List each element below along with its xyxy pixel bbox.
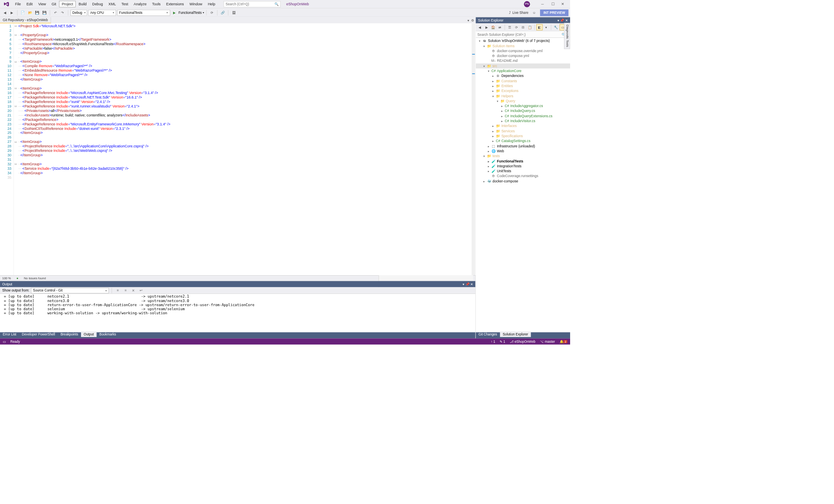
menu-extensions[interactable]: Extensions: [163, 1, 187, 7]
solution-explorer-search[interactable]: Search Solution Explorer (Ctrl+;) 🔍 ▾: [476, 31, 570, 38]
scroll-indicator[interactable]: [472, 23, 476, 275]
start-debug-icon[interactable]: ▶: [171, 10, 177, 16]
platform-dropdown[interactable]: Any CPU▾: [88, 10, 116, 16]
output-source-dropdown[interactable]: Source Control - Git▾: [31, 288, 109, 294]
save-all-icon[interactable]: 💾: [42, 10, 48, 16]
tree-item[interactable]: ▾📁Query: [476, 99, 570, 103]
bottom-tab-error-list[interactable]: Error List: [0, 331, 19, 337]
tree-item[interactable]: ▸C#IncludeAggregator.cs: [476, 103, 570, 108]
se-close-icon[interactable]: ✕: [565, 18, 568, 22]
tree-item[interactable]: ▾📁src: [476, 64, 570, 68]
clear-icon[interactable]: ⨯: [130, 287, 136, 294]
tree-item[interactable]: ⚙docker-compose.override.yml: [476, 48, 570, 53]
se-collapse-icon[interactable]: ⊟: [520, 24, 526, 30]
branch-indicator[interactable]: ⌥ master: [540, 340, 555, 344]
menu-window[interactable]: Window: [187, 1, 205, 7]
tree-item[interactable]: ▾📁Helpers: [476, 94, 570, 99]
menu-test[interactable]: Test: [119, 1, 131, 7]
open-icon[interactable]: 📂: [27, 10, 33, 16]
right-tab-solution-explorer[interactable]: Solution Explorer: [500, 331, 531, 337]
pending-changes-icon[interactable]: ✎ 1: [500, 340, 505, 344]
new-project-icon[interactable]: 📄: [20, 10, 26, 16]
save-icon[interactable]: 💾: [34, 10, 40, 16]
tree-item[interactable]: ▸⬚Infrastructure (unloaded): [476, 144, 570, 149]
output-text[interactable]: = [up to date] netcore2.1 -> upstream/ne…: [0, 294, 476, 332]
tree-item[interactable]: ▾📁tests: [476, 153, 570, 158]
tab-options-icon[interactable]: ⚙: [471, 18, 474, 22]
tree-item[interactable]: ▸📁Interfaces: [476, 124, 570, 129]
commits-up-icon[interactable]: ↑ 1: [491, 340, 495, 344]
tree-item[interactable]: ▾⧉Solution 'eShopOnWeb' (6 of 7 projects…: [476, 38, 570, 43]
right-tab-git-changes[interactable]: Git Changes: [476, 331, 500, 337]
tree-item[interactable]: ⚙docker-compose.yml: [476, 53, 570, 58]
undo-icon[interactable]: ↶: [53, 10, 59, 16]
bottom-tab-bookmarks[interactable]: Bookmarks: [97, 331, 119, 337]
tree-item[interactable]: ▸📁Entities: [476, 83, 570, 88]
indent-right-icon[interactable]: ≡: [123, 287, 129, 294]
menu-project[interactable]: Project: [59, 1, 76, 7]
pin-icon[interactable]: 📌: [465, 282, 470, 286]
minimize-icon[interactable]: ─: [541, 2, 546, 6]
bottom-tab-breakpoints[interactable]: Breakpoints: [58, 331, 81, 337]
browser-link-icon[interactable]: 🔗: [220, 10, 226, 16]
tree-item[interactable]: M↓README.md: [476, 59, 570, 64]
menu-xml[interactable]: XML: [106, 1, 119, 7]
tree-item[interactable]: ▸📁Services: [476, 129, 570, 134]
se-dropdown-icon[interactable]: ▾: [557, 18, 559, 22]
tree-item[interactable]: ▸C#IncludeQuery.cs: [476, 109, 570, 114]
tree-item[interactable]: ▸🧪UnitTests: [476, 169, 570, 173]
redo-icon[interactable]: ↷: [59, 10, 66, 16]
se-options-icon[interactable]: ▾: [543, 24, 549, 30]
tree-item[interactable]: ▸⛭Dependencies: [476, 73, 570, 78]
user-avatar[interactable]: PN: [524, 1, 530, 7]
startup-dropdown[interactable]: FunctionalTests▾: [117, 10, 170, 16]
quick-search-input[interactable]: Search (Ctrl+Q) 🔍: [224, 1, 281, 7]
image-icon[interactable]: 🖼: [230, 10, 237, 16]
tree-item[interactable]: ▾📁Solution Items: [476, 44, 570, 48]
tree-item[interactable]: ▸🧪IntegrationTests: [476, 164, 570, 169]
code-editor[interactable]: 1234567891011121314151617181920212223242…: [0, 23, 476, 275]
se-switch-icon[interactable]: ⇄: [497, 24, 503, 30]
maximize-icon[interactable]: ☐: [551, 2, 556, 6]
se-forward-icon[interactable]: ▶: [483, 24, 489, 30]
se-showall-icon[interactable]: 📋: [527, 24, 533, 30]
se-properties-icon[interactable]: 🔧: [553, 24, 559, 30]
menu-debug[interactable]: Debug: [90, 1, 106, 7]
notifications-icon[interactable]: 🔔2: [560, 340, 568, 344]
solution-name[interactable]: eShopOnWeb: [286, 2, 309, 6]
se-home-icon[interactable]: 🏠: [490, 24, 496, 30]
se-back-icon[interactable]: ◀: [477, 24, 483, 30]
menu-help[interactable]: Help: [205, 1, 218, 7]
repo-indicator[interactable]: ⎇ eShopOnWeb: [510, 340, 536, 344]
doc-tab[interactable]: Git Repository - eShopOnWeb: [0, 17, 51, 23]
tree-item[interactable]: ▸🌐Web: [476, 149, 570, 153]
start-target[interactable]: FunctionalTests: [178, 11, 202, 15]
close-icon[interactable]: ✕: [561, 2, 566, 6]
wrap-icon[interactable]: ↩: [138, 287, 144, 294]
bottom-tab-developer-powershell[interactable]: Developer PowerShell: [19, 331, 58, 337]
menu-view[interactable]: View: [35, 1, 49, 7]
tree-item[interactable]: ⚙CodeCoverage.runsettings: [476, 174, 570, 179]
zoom-level[interactable]: 100 %: [2, 276, 11, 280]
int-preview-badge[interactable]: INT PREVIEW: [540, 9, 568, 16]
menu-analyze[interactable]: Analyze: [131, 1, 149, 7]
se-filter-icon[interactable]: ☰: [507, 24, 513, 30]
tree-item[interactable]: ▸C#IncludeQueryExtensions.cs: [476, 114, 570, 118]
solution-tree[interactable]: ▾⧉Solution 'eShopOnWeb' (6 of 7 projects…: [476, 38, 570, 332]
config-dropdown[interactable]: Debug▾: [70, 10, 87, 16]
menu-tools[interactable]: Tools: [149, 1, 163, 7]
indent-left-icon[interactable]: ≡: [115, 287, 121, 294]
refresh-icon[interactable]: ⟳: [209, 10, 215, 16]
se-preview-icon[interactable]: ◧: [536, 24, 542, 30]
issues-text[interactable]: No issues found: [24, 276, 46, 280]
tree-item[interactable]: ▸🧪FunctionalTests: [476, 159, 570, 164]
tab-overflow-icon[interactable]: ▾: [467, 18, 469, 22]
menu-edit[interactable]: Edit: [24, 1, 35, 7]
tree-item[interactable]: ▸C#IncludeVisitor.cs: [476, 118, 570, 123]
fold-column[interactable]: ⊟⊟⊟⊟⊟⊟⊟: [14, 23, 18, 275]
menu-git[interactable]: Git: [49, 1, 59, 7]
se-sync-icon[interactable]: ⟳: [514, 24, 520, 30]
bottom-tab-output[interactable]: Output: [81, 331, 97, 337]
tree-item[interactable]: ▸C#CatalogSettings.cs: [476, 138, 570, 143]
output-dropdown-icon[interactable]: ▾: [463, 282, 464, 286]
